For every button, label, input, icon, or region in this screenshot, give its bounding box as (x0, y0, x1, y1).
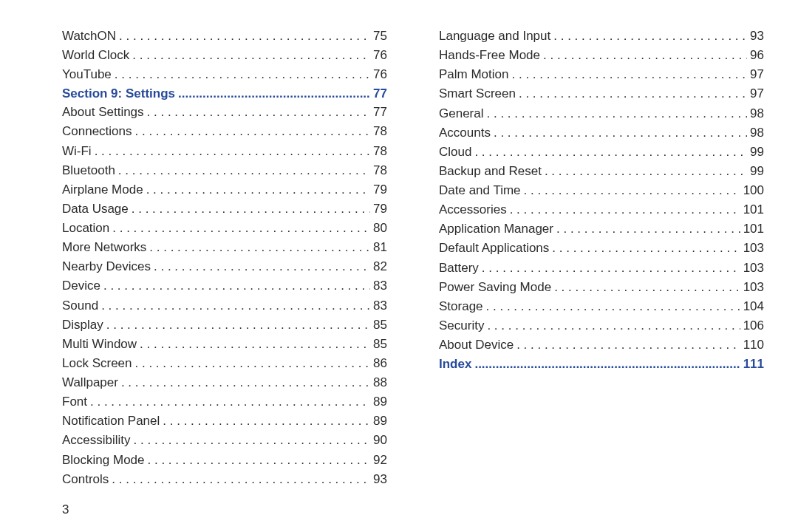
toc-entry[interactable]: Wi-Fi78 (62, 143, 387, 160)
toc-entry-label: Palm Motion (439, 66, 511, 83)
toc-leader-dots (519, 86, 747, 103)
toc-entry[interactable]: Battery103 (439, 260, 764, 277)
toc-entry[interactable]: About Settings77 (62, 104, 387, 121)
toc-entry[interactable]: Wallpaper88 (62, 375, 387, 392)
toc-entry[interactable]: Hands-Free Mode96 (439, 47, 764, 64)
toc-entry-page: 80 (370, 220, 387, 237)
toc-leader-dots (90, 394, 370, 411)
toc-entry[interactable]: Smart Screen97 (439, 86, 764, 103)
toc-leader-dots (132, 47, 370, 64)
toc-entry[interactable]: World Clock76 (62, 47, 387, 64)
toc-leader-dots (112, 471, 370, 488)
toc-leader-dots (103, 278, 370, 295)
toc-entry[interactable]: General98 (439, 106, 764, 123)
toc-entry-label: Wallpaper (62, 375, 121, 392)
toc-entry[interactable]: Power Saving Mode103 (439, 279, 764, 296)
toc-entry-label: Accessibility (62, 432, 134, 449)
toc-leader-dots (140, 336, 370, 353)
toc-entry[interactable]: Accessories101 (439, 202, 764, 219)
toc-entry-label: Location (62, 220, 112, 237)
toc-entry[interactable]: Location80 (62, 220, 387, 237)
toc-leader-dots (474, 356, 740, 373)
toc-entry[interactable]: Security106 (439, 318, 764, 335)
toc-leader-dots (134, 432, 370, 449)
toc-entry[interactable]: Accessibility90 (62, 432, 387, 449)
toc-page: WatchON75World Clock76YouTube76Section 9… (0, 0, 798, 532)
toc-entry[interactable]: Date and Time100 (439, 183, 764, 200)
toc-entry[interactable]: Airplane Mode79 (62, 182, 387, 199)
toc-entry-page: 81 (370, 239, 387, 256)
toc-entry-label: Data Usage (62, 201, 132, 218)
toc-leader-dots (115, 66, 370, 83)
toc-leader-dots (147, 104, 371, 121)
toc-entry-label: Connections (62, 123, 135, 140)
toc-entry-label: Sound (62, 298, 101, 315)
toc-leader-dots (149, 239, 370, 256)
toc-entry[interactable]: Connections78 (62, 123, 387, 140)
toc-entry[interactable]: Device83 (62, 278, 387, 295)
toc-entry[interactable]: Lock Screen86 (62, 355, 387, 372)
toc-entry-label: Backup and Reset (439, 163, 545, 180)
toc-entry-page: 85 (370, 317, 387, 334)
toc-entry-page: 76 (370, 47, 387, 64)
toc-leader-dots (482, 260, 740, 277)
toc-entry[interactable]: Bluetooth78 (62, 163, 387, 180)
toc-leader-dots (106, 317, 370, 334)
toc-entry[interactable]: Blocking Mode92 (62, 452, 387, 469)
toc-entry-label: Blocking Mode (62, 452, 148, 469)
toc-entry[interactable]: Controls93 (62, 471, 387, 488)
toc-entry[interactable]: Storage104 (439, 299, 764, 316)
toc-entry-page: 93 (370, 471, 387, 488)
page-number: 3 (62, 502, 69, 517)
toc-entry[interactable]: Display85 (62, 317, 387, 334)
toc-leader-dots (135, 355, 371, 372)
toc-leader-dots (511, 66, 747, 83)
toc-entry-label: Language and Input (439, 28, 553, 45)
toc-entry[interactable]: Backup and Reset99 (439, 163, 764, 180)
toc-entry-page: 77 (370, 86, 387, 103)
toc-entry-label: Storage (439, 299, 486, 316)
toc-entry[interactable]: Language and Input93 (439, 28, 764, 45)
toc-entry[interactable]: WatchON75 (62, 28, 387, 45)
toc-entry[interactable]: Data Usage79 (62, 201, 387, 218)
toc-entry-page: 89 (370, 394, 387, 411)
toc-entry-label: Battery (439, 260, 482, 277)
toc-entry-page: 83 (370, 278, 387, 295)
toc-entry-label: Font (62, 394, 90, 411)
toc-entry[interactable]: YouTube76 (62, 66, 387, 83)
toc-entry[interactable]: Sound83 (62, 298, 387, 315)
toc-entry-page: 92 (370, 452, 387, 469)
toc-leader-dots (486, 299, 740, 316)
toc-leader-dots (543, 47, 747, 64)
toc-entry[interactable]: Cloud99 (439, 144, 764, 161)
toc-entry[interactable]: More Networks81 (62, 239, 387, 256)
toc-entry[interactable]: Default Applications103 (439, 240, 764, 257)
toc-entry[interactable]: Notification Panel89 (62, 413, 387, 430)
toc-entry-label: More Networks (62, 239, 149, 256)
toc-entry-page: 97 (747, 86, 764, 103)
toc-entry-page: 111 (740, 356, 764, 373)
toc-section-heading[interactable]: Section 9: Settings77 (62, 86, 387, 103)
toc-entry-page: 83 (370, 298, 387, 315)
toc-entry-page: 110 (740, 337, 764, 354)
toc-entry-page: 104 (740, 299, 764, 316)
toc-entry-label: Nearby Devices (62, 259, 154, 276)
toc-entry-label: Index (439, 356, 474, 373)
toc-entry-label: Date and Time (439, 183, 524, 200)
toc-section-heading[interactable]: Index111 (439, 356, 764, 373)
toc-leader-dots (154, 259, 370, 276)
toc-entry[interactable]: About Device110 (439, 337, 764, 354)
toc-entry-label: Power Saving Mode (439, 279, 554, 296)
toc-entry[interactable]: Accounts98 (439, 125, 764, 142)
toc-entry-label: General (439, 106, 486, 123)
toc-entry[interactable]: Nearby Devices82 (62, 259, 387, 276)
toc-entry[interactable]: Palm Motion97 (439, 66, 764, 83)
toc-entry[interactable]: Multi Window85 (62, 336, 387, 353)
toc-entry-page: 78 (370, 143, 387, 160)
toc-entry[interactable]: Application Manager101 (439, 221, 764, 238)
toc-entry-page: 75 (370, 28, 387, 45)
toc-leader-dots (510, 202, 740, 219)
toc-entry-label: Accessories (439, 202, 510, 219)
toc-entry[interactable]: Font89 (62, 394, 387, 411)
toc-entry-label: Section 9: Settings (62, 86, 178, 103)
